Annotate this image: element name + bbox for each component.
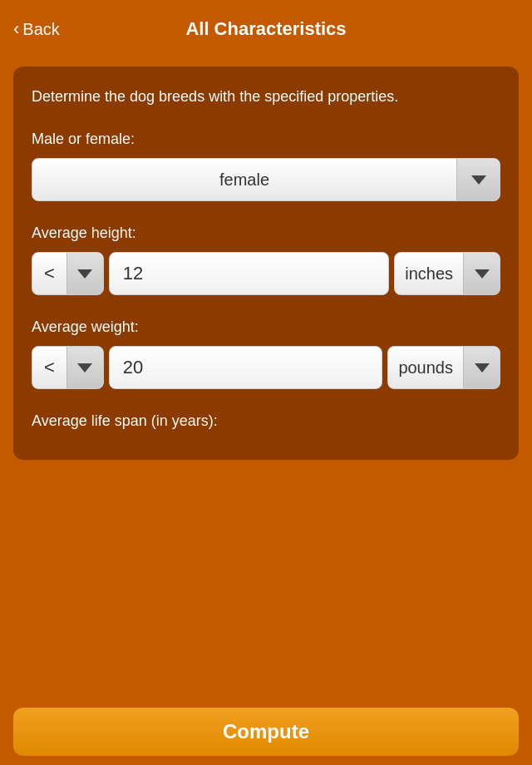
height-input-row: < 12 inches: [32, 252, 500, 295]
height-unit-value: inches: [395, 253, 463, 294]
weight-value-input[interactable]: 20: [109, 346, 383, 389]
height-value-input[interactable]: 12: [109, 252, 389, 295]
height-comparator-value: <: [32, 253, 66, 294]
weight-comparator-arrow[interactable]: [66, 347, 103, 388]
weight-value: 20: [123, 357, 143, 378]
lifespan-label: Average life span (in years):: [32, 412, 500, 430]
height-comparator-dropdown[interactable]: <: [32, 252, 104, 295]
weight-input-row: < 20 pounds: [32, 346, 500, 389]
compute-label: Compute: [223, 720, 309, 743]
description-text: Determine the dog breeds with the specif…: [32, 86, 500, 107]
gender-value: female: [32, 170, 456, 190]
weight-unit-dropdown[interactable]: pounds: [387, 346, 500, 389]
weight-section: Average weight: < 20 pounds: [32, 318, 500, 389]
weight-unit-arrow[interactable]: [463, 347, 500, 388]
height-section: Average height: < 12 inches: [32, 225, 500, 295]
gender-dropdown-arrow[interactable]: [456, 159, 500, 200]
height-comparator-arrow[interactable]: [66, 253, 103, 294]
page-title: All Characteristics: [185, 18, 346, 40]
bottom-bar: Compute: [0, 698, 532, 765]
chevron-down-icon: [475, 269, 490, 279]
height-value: 12: [123, 263, 143, 284]
gender-section: Male or female: female: [32, 131, 500, 201]
header: ‹ Back All Characteristics: [0, 0, 532, 58]
chevron-down-icon: [471, 175, 486, 185]
gender-label: Male or female:: [32, 131, 500, 148]
weight-unit-value: pounds: [388, 347, 463, 388]
content-card: Determine the dog breeds with the specif…: [13, 67, 519, 460]
chevron-down-icon: [77, 269, 92, 279]
gender-dropdown[interactable]: female: [32, 158, 500, 201]
height-unit-dropdown[interactable]: inches: [394, 252, 500, 295]
weight-label: Average weight:: [32, 318, 500, 336]
height-unit-arrow[interactable]: [463, 253, 500, 294]
weight-comparator-value: <: [32, 347, 66, 388]
back-chevron-icon: ‹: [13, 18, 19, 40]
compute-button[interactable]: Compute: [13, 708, 519, 756]
back-button[interactable]: ‹ Back: [13, 18, 60, 40]
chevron-down-icon: [77, 363, 92, 373]
weight-comparator-dropdown[interactable]: <: [32, 346, 104, 389]
height-label: Average height:: [32, 225, 500, 242]
back-label: Back: [22, 20, 59, 39]
chevron-down-icon: [475, 363, 490, 373]
